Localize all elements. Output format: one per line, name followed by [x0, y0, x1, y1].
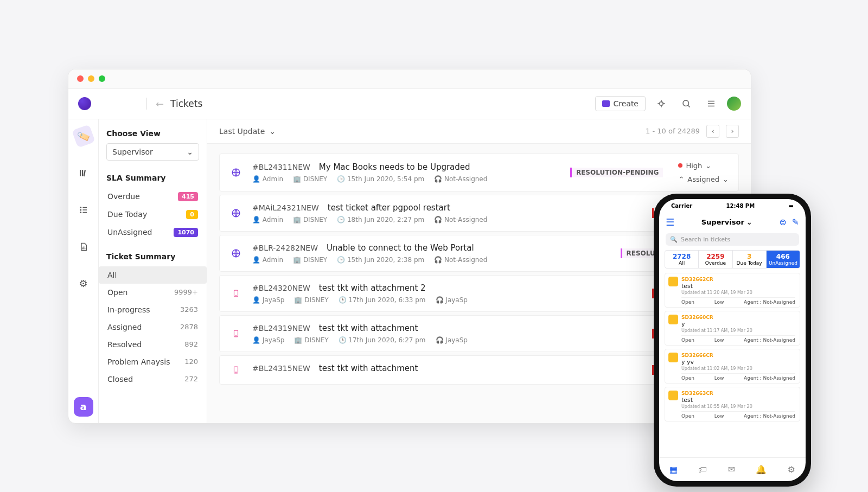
page-range: 1 - 10 of 24289	[646, 127, 700, 135]
phone-nav-bell-icon[interactable]: 🔔	[756, 464, 767, 475]
next-page-button[interactable]: ›	[726, 125, 739, 138]
phone-nav-settings-icon[interactable]: ⚙	[788, 464, 795, 475]
ticket-id: #BL24319NEW	[252, 324, 310, 333]
ticket-id: #BL24315NEW	[252, 364, 310, 373]
ticket-summary-row[interactable]: Closed272	[106, 370, 199, 388]
priority-select[interactable]: High⌄	[678, 162, 711, 170]
chevron-down-icon: ⌄	[269, 127, 276, 136]
phone-tab[interactable]: 2259Overdue	[699, 251, 732, 268]
phone-ticket-card[interactable]: SD32663CR test Updated at 10:55 AM, 19 M…	[665, 387, 800, 421]
phone-nav-home-icon[interactable]: ▦	[669, 464, 678, 475]
sla-count-badge: 415	[178, 192, 198, 201]
page-title: Tickets	[170, 98, 202, 109]
sla-status-badge: RESOLUTION-PENDING	[570, 168, 663, 177]
ticket-row[interactable]: #BL24311NEWMy Mac Books needs to be Upgr…	[219, 154, 739, 191]
company-label: 🏢 DISNEY	[293, 256, 327, 264]
sort-select[interactable]: Last Update ⌄	[219, 127, 276, 136]
phone-time: 12:48 PM	[726, 203, 755, 209]
ticket-id: #BL24320NEW	[252, 284, 310, 292]
app-logo[interactable]	[78, 97, 91, 110]
view-select[interactable]: Supervisor ⌄	[106, 143, 199, 161]
phone-header: ☰ Supervisor ⌄ ⊜ ✎	[659, 213, 806, 231]
card-status: Open	[681, 337, 694, 343]
phone-tab[interactable]: 3Due Today	[733, 251, 767, 268]
sla-label: Due Today	[107, 210, 147, 219]
window-chrome	[68, 69, 751, 89]
phone-ticket-card[interactable]: SD32666CR y yv Updated at 11:02 AM, 19 M…	[665, 349, 800, 384]
sla-row[interactable]: Due Today0	[106, 206, 199, 223]
svg-point-7	[80, 212, 81, 213]
ticket-summary-row[interactable]: All	[99, 266, 207, 284]
card-agent: Agent : Not-Assigned	[744, 413, 795, 419]
phone-tab[interactable]: 2728All	[665, 251, 699, 268]
chevron-down-icon: ⌄	[187, 148, 193, 156]
sla-row[interactable]: UnAssigned1070	[106, 223, 199, 241]
menu-icon[interactable]	[702, 94, 720, 113]
author-label: 👤 Admin	[252, 216, 283, 223]
divider	[146, 98, 147, 110]
create-button[interactable]: Create	[595, 96, 646, 111]
ticket-summary-row[interactable]: Open9999+	[106, 284, 199, 301]
rail-list-icon[interactable]	[74, 201, 93, 219]
user-avatar[interactable]	[727, 97, 741, 111]
globe-icon	[229, 166, 242, 179]
time-label: 🕒 18th Jun 2020, 2:27 pm	[337, 216, 424, 223]
svg-point-6	[80, 209, 81, 210]
tab-count: 466	[768, 253, 799, 260]
phone-filter-icon[interactable]: ⊜	[779, 217, 786, 227]
phone-ticket-card[interactable]: SD32660CR y Updated at 11:17 AM, 19 Mar …	[665, 311, 800, 346]
svg-rect-9	[84, 246, 84, 249]
time-label: 🕒 15th Jun 2020, 5:54 pm	[337, 175, 424, 183]
globe-icon	[229, 247, 242, 260]
svg-rect-3	[82, 170, 83, 176]
minimize-dot[interactable]	[88, 75, 94, 82]
card-status: Open	[681, 413, 694, 419]
close-dot[interactable]	[77, 75, 84, 82]
rail-settings-icon[interactable]: ⚙	[74, 274, 93, 293]
sort-label: Last Update	[219, 127, 265, 136]
ticket-id: #BL24311NEW	[252, 163, 310, 171]
svg-rect-2	[80, 170, 81, 176]
tab-label: Overdue	[705, 260, 726, 266]
phone-tab[interactable]: 466UnAssigned	[767, 251, 800, 268]
rail-tickets-icon[interactable]: 🏷️	[72, 124, 95, 148]
card-id: SD32662CR	[681, 277, 795, 282]
phone-search-input[interactable]: 🔍 Search in tickets	[666, 233, 799, 246]
state-select[interactable]: ⌃Assigned⌄	[678, 175, 729, 183]
ticket-summary-row[interactable]: Assigned2878	[106, 318, 199, 336]
nav-rail: 🏷️ ⚙ a	[68, 119, 99, 423]
tab-count: 2728	[666, 253, 697, 260]
maximize-dot[interactable]	[99, 75, 105, 82]
globe-icon	[229, 207, 242, 220]
phone-menu-icon[interactable]: ☰	[666, 216, 674, 228]
view-value: Supervisor	[112, 148, 153, 156]
phone-compose-icon[interactable]: ✎	[792, 217, 799, 227]
phone-nav-mail-icon[interactable]: ✉	[728, 464, 735, 475]
rail-app-icon[interactable]: a	[74, 397, 93, 417]
back-icon[interactable]: ←	[156, 98, 164, 110]
prev-page-button[interactable]: ‹	[706, 125, 719, 138]
mobile-preview: Carrier 12:48 PM ▬ ☰ Supervisor ⌄ ⊜ ✎ 🔍 …	[654, 194, 811, 487]
sla-row[interactable]: Overdue415	[106, 188, 199, 206]
search-placeholder: Search in tickets	[681, 236, 730, 243]
card-avatar	[668, 391, 678, 400]
ticket-summary-row[interactable]: In-progress3263	[106, 301, 199, 318]
rail-reports-icon[interactable]	[74, 238, 93, 256]
company-label: 🏢 DISNEY	[294, 336, 328, 344]
assignee-label: 🎧 JayaSp	[436, 296, 468, 304]
tab-label: UnAssigned	[769, 260, 797, 266]
scan-icon[interactable]	[652, 94, 671, 113]
ticket-summary-row[interactable]: Problem Anaysis120	[106, 353, 199, 370]
phone-nav-ticket-icon[interactable]: 🏷	[698, 464, 707, 475]
card-priority: Low	[714, 413, 724, 419]
card-avatar	[668, 277, 678, 286]
sla-count-badge: 1070	[174, 228, 198, 237]
assignee-label: 🎧 Not-Assigned	[434, 256, 487, 264]
rail-library-icon[interactable]	[74, 164, 93, 182]
search-icon[interactable]	[677, 94, 695, 113]
ticket-meta: 👤 JayaSp 🏢 DISNEY 🕒 17th Jun 2020, 6:27 …	[252, 336, 578, 344]
ticket-summary-row[interactable]: Resolved892	[106, 336, 199, 353]
assignee-label: 🎧 Not-Assigned	[434, 175, 487, 183]
phone-ticket-card[interactable]: SD32662CR test Updated at 11:20 AM, 19 M…	[665, 273, 800, 308]
phone-title-select[interactable]: Supervisor ⌄	[701, 218, 752, 226]
